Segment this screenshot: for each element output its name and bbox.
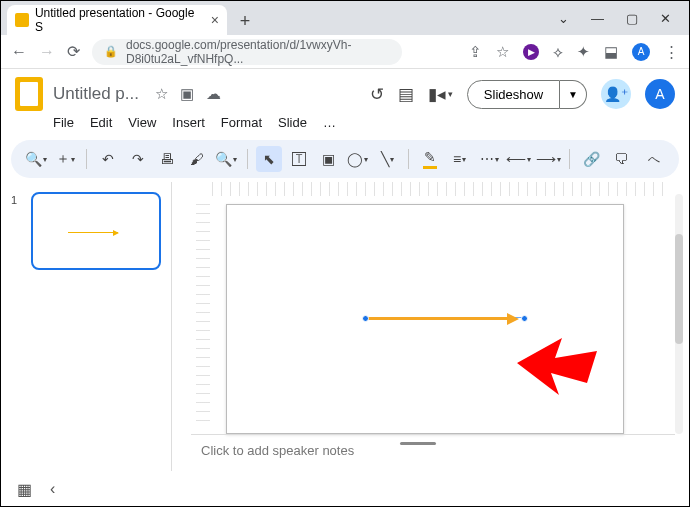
url-text: docs.google.com/presentation/d/1vwxyVh-D… [126,38,390,66]
line-weight-button[interactable]: ≡ [447,146,473,172]
arrow-shape[interactable] [367,317,509,320]
extension-icon[interactable]: ▶ [523,44,539,60]
menu-more[interactable]: … [323,115,336,130]
profile-avatar-small[interactable]: A [632,43,650,61]
browser-tab-strip: Untitled presentation - Google S × + ⌄ —… [1,1,689,35]
doc-title[interactable]: Untitled p... [53,84,139,103]
paint-format-button[interactable]: 🖌 [184,146,210,172]
maximize-icon[interactable]: ▢ [626,11,638,26]
slide-thumbnail[interactable] [31,192,161,270]
main-area: 1 [1,182,689,471]
line-start-button[interactable]: ⟵ [506,146,532,172]
browser-address-bar: ← → ⟳ 🔒 docs.google.com/presentation/d/1… [1,35,689,69]
menu-insert[interactable]: Insert [172,115,205,130]
account-avatar[interactable]: A [645,79,675,109]
close-window-icon[interactable]: ✕ [660,11,671,26]
ruler-vertical [196,196,210,421]
share-button[interactable]: 👤⁺ [601,79,631,109]
scrollbar-vertical[interactable] [675,194,683,434]
thumbnail-arrow-preview [68,232,118,233]
line-color-button[interactable]: ✎ [417,146,443,172]
nav-forward-icon: → [39,43,55,61]
image-tool[interactable]: ▣ [315,146,341,172]
svg-marker-0 [517,338,597,395]
browser-menu-icon[interactable]: ⋮ [664,43,679,61]
extensions-puzzle-icon[interactable]: ✦ [577,43,590,61]
toolbar-separator [569,149,570,169]
tab-title: Untitled presentation - Google S [35,6,205,34]
scrollbar-thumb[interactable] [675,234,683,344]
menu-format[interactable]: Format [221,115,262,130]
cloud-status-icon[interactable]: ☁ [206,85,221,103]
textbox-tool[interactable]: 🅃 [286,146,312,172]
nav-back-icon[interactable]: ← [11,43,27,61]
slideshow-button[interactable]: Slideshow [467,80,560,109]
history-icon[interactable]: ↺ [370,84,384,105]
tab-close-icon[interactable]: × [211,12,219,28]
chevron-down-icon[interactable]: ⌄ [558,11,569,26]
star-icon[interactable]: ☆ [496,43,509,61]
arrow-head-icon [507,313,519,325]
menu-bar: File Edit View Insert Format Slide … [1,113,689,136]
select-tool[interactable]: ⬉ [256,146,282,172]
bottom-bar: ▦ ‹ [1,472,689,506]
selection-handle[interactable] [521,315,528,322]
install-app-icon[interactable]: ⬓ [604,43,618,61]
window-controls: ⌄ — ▢ ✕ [558,1,689,35]
speaker-notes[interactable]: Click to add speaker notes [191,434,675,466]
shape-tool[interactable]: ◯ [345,146,371,172]
redo-button[interactable]: ↷ [125,146,151,172]
annotation-pointer-icon [517,333,602,408]
toolbar: 🔍 ＋ ↶ ↷ 🖶 🖌 🔍 ⬉ 🅃 ▣ ◯ ╲ ✎ ≡ ⋯ ⟵ ⟶ 🔗 🗨 へ [11,140,679,178]
extension-generic-icon[interactable]: ⟡ [553,43,563,61]
insert-link-button[interactable]: 🔗 [578,146,604,172]
zoom-button[interactable]: 🔍 [214,146,240,172]
lock-icon: 🔒 [104,45,118,58]
favicon-slides-icon [15,13,29,27]
toolbar-separator [86,149,87,169]
nav-reload-icon[interactable]: ⟳ [67,42,80,61]
minimize-icon[interactable]: — [591,11,604,26]
url-field[interactable]: 🔒 docs.google.com/presentation/d/1vwxyVh… [92,39,402,65]
slide-canvas[interactable] [226,204,624,434]
toolbar-separator [408,149,409,169]
speaker-notes-placeholder: Click to add speaker notes [201,443,354,458]
slide-canvas-area[interactable] [172,182,689,471]
search-menu-button[interactable]: 🔍 [23,146,49,172]
line-tool[interactable]: ╲ [375,146,401,172]
toolbar-collapse-icon[interactable]: へ [642,146,668,172]
insert-comment-button[interactable]: 🗨 [608,146,634,172]
new-tab-button[interactable]: + [231,7,259,35]
slide-number: 1 [11,194,17,206]
slideshow-dropdown[interactable]: ▼ [560,80,587,109]
new-slide-button[interactable]: ＋ [53,146,79,172]
line-dash-button[interactable]: ⋯ [476,146,502,172]
menu-view[interactable]: View [128,115,156,130]
menu-edit[interactable]: Edit [90,115,112,130]
menu-file[interactable]: File [53,115,74,130]
explore-collapse-icon[interactable]: ‹ [50,480,55,498]
print-button[interactable]: 🖶 [154,146,180,172]
browser-tab[interactable]: Untitled presentation - Google S × [7,5,227,35]
share-url-icon[interactable]: ⇪ [469,43,482,61]
ruler-horizontal [212,182,664,196]
move-doc-icon[interactable]: ▣ [180,85,194,103]
toolbar-separator [247,149,248,169]
meet-camera-button[interactable]: ▮◂ ▾ [428,84,453,105]
filmstrip[interactable]: 1 [1,182,171,471]
menu-slide[interactable]: Slide [278,115,307,130]
slides-logo-icon[interactable] [15,77,43,111]
app-header: Untitled p... ☆ ▣ ☁ ↺ ▤ ▮◂ ▾ Slideshow ▼… [1,69,689,113]
star-doc-icon[interactable]: ☆ [155,85,168,103]
selection-handle[interactable] [362,315,369,322]
grid-view-icon[interactable]: ▦ [17,480,30,499]
line-end-button[interactable]: ⟶ [536,146,562,172]
comments-icon[interactable]: ▤ [398,84,414,105]
undo-button[interactable]: ↶ [95,146,121,172]
